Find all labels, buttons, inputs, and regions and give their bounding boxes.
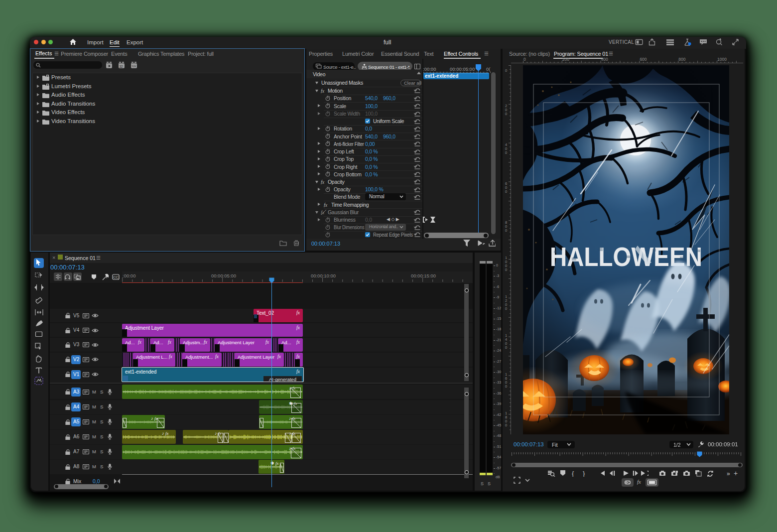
- svg-text:fx: fx: [324, 202, 328, 207]
- svg-text:{: {: [572, 470, 574, 477]
- svg-text:}: }: [583, 470, 585, 477]
- svg-text:YUV: YUV: [131, 65, 136, 68]
- svg-text:fx: fx: [321, 210, 325, 215]
- svg-text:fx: fx: [321, 179, 325, 184]
- svg-text:fx: fx: [321, 88, 325, 93]
- svg-text:CC: CC: [114, 275, 119, 279]
- svg-text:32: 32: [120, 65, 124, 68]
